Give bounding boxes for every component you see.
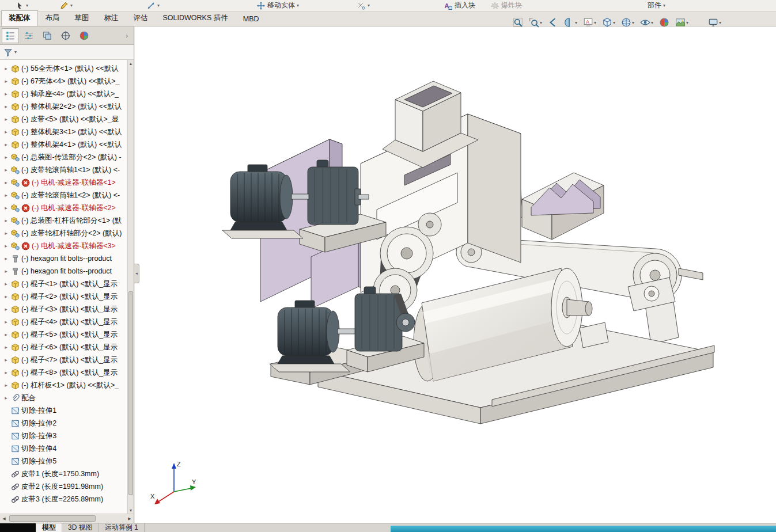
expand-arrow-icon[interactable]: ▸ (3, 319, 9, 325)
toolbar-button[interactable]: ▾ (354, 0, 372, 12)
expand-arrow-icon[interactable]: ▸ (3, 66, 9, 71)
tree-item[interactable]: ▸(-) 棍子<8> (默认) <默认_显示 (0, 366, 127, 379)
tree-item[interactable]: ▸(-) 棍子<6> (默认) <默认_显示 (0, 341, 127, 354)
ribbon-tab-SOLIDWORKS 插件[interactable]: SOLIDWORKS 插件 (156, 10, 236, 26)
expand-arrow-icon[interactable]: ▸ (3, 167, 9, 173)
tree-item[interactable]: 皮带2 (长度=1991.98mm) (0, 480, 127, 493)
previous-view-button[interactable] (547, 16, 559, 29)
tree-item[interactable]: 切除-拉伸1 (0, 404, 127, 417)
tree-item[interactable]: ▸(-) 棍子<4> (默认) <默认_显示 (0, 316, 127, 328)
dropdown-caret-icon[interactable]: ▾ (297, 3, 299, 8)
expand-arrow-icon[interactable]: ▸ (3, 281, 9, 287)
expand-arrow-icon[interactable]: ▸ (3, 370, 9, 375)
toolbar-button[interactable]: ▾ (57, 0, 75, 12)
tree-item[interactable]: ▸(-) 皮带轮滚筒轴1<2> (默认) <- (0, 189, 127, 202)
panel-flyout-button[interactable]: › (122, 29, 132, 42)
tree-item[interactable]: ▸(-) 总装图-杠杆齿轮部分<1> (默 (0, 214, 127, 227)
tree-item[interactable]: ▸(-) hexagon fit bolts--product (0, 252, 127, 265)
tree-item[interactable]: ▸(-) 电机-减速器-联轴器<2> (0, 202, 127, 214)
toolbar-button[interactable]: ▾ (144, 0, 162, 12)
dropdown-caret-icon[interactable]: ▾ (632, 20, 634, 25)
expand-arrow-icon[interactable]: ▸ (3, 192, 9, 198)
scroll-up-arrow[interactable]: ▲ (128, 60, 134, 67)
graphics-viewport[interactable]: Z X Y (135, 26, 776, 523)
expand-arrow-icon[interactable]: ▸ (3, 78, 9, 84)
dynamic-annotation-button[interactable]: A▾ (582, 16, 597, 29)
ribbon-tab-草图[interactable]: 草图 (67, 10, 97, 26)
apply-scene-button[interactable]: ▾ (674, 16, 690, 29)
tree-item[interactable]: ▸(-) 整体机架4<1> (默认) <<默认 (0, 138, 127, 151)
expand-arrow-icon[interactable]: ▸ (3, 104, 9, 109)
tree-item[interactable]: 切除-拉伸4 (0, 442, 127, 455)
dropdown-caret-icon[interactable]: ▾ (368, 3, 370, 8)
expand-arrow-icon[interactable]: ▸ (3, 129, 9, 135)
tree-item[interactable]: ▸(-) 棍子<7> (默认) <默认_显示 (0, 354, 127, 366)
scrollbar-thumb[interactable] (128, 291, 133, 496)
tree-item[interactable]: ▸(-) 皮带轮滚筒轴1<1> (默认) <- (0, 164, 127, 176)
expand-arrow-icon[interactable]: ▸ (3, 91, 9, 97)
tree-item[interactable]: ▸(-) 总装图-传送部分<2> (默认) - (0, 151, 127, 164)
featuremanager-tab[interactable] (2, 28, 19, 43)
tree-scrollbar[interactable]: ▲ ▼ (127, 60, 134, 514)
display-style-button[interactable]: ▾ (620, 16, 635, 29)
dropdown-caret-icon[interactable]: ▾ (613, 20, 615, 25)
expand-arrow-icon[interactable]: ▸ (3, 180, 9, 185)
dropdown-caret-icon[interactable]: ▾ (594, 20, 596, 25)
toolbar-button-插入块[interactable]: A插入块 (441, 0, 478, 12)
zoom-fit-button[interactable] (512, 16, 524, 29)
zoom-area-button[interactable]: ▾ (528, 16, 543, 29)
scroll-right-arrow[interactable]: ▶ (126, 514, 134, 523)
tree-item[interactable]: ▸(-) 棍子<1> (默认) <默认_显示 (0, 278, 127, 290)
tree-item[interactable]: ▸(-) 棍子<3> (默认) <默认_显示 (0, 303, 127, 316)
ribbon-tab-评估[interactable]: 评估 (126, 10, 156, 26)
expand-arrow-icon[interactable]: ▸ (3, 218, 9, 223)
expand-arrow-icon[interactable]: ▸ (3, 268, 9, 274)
expand-arrow-icon[interactable]: ▸ (3, 332, 9, 337)
tree-item[interactable]: 皮带3 (长度=2265.89mm) (0, 493, 127, 506)
status-tab-模型[interactable]: 模型 (36, 523, 62, 532)
dropdown-caret-icon[interactable]: ▾ (157, 3, 160, 8)
tree-item[interactable]: ▸配合 (0, 392, 127, 404)
tree-item[interactable]: ▸(-) 电机-减速器-联轴器<3> (0, 240, 127, 252)
tree-item[interactable]: ▸(-) 皮带<5> (默认) <<默认>_显 (0, 113, 127, 126)
scroll-down-arrow[interactable]: ▼ (128, 507, 134, 514)
panel-splitter-handle[interactable]: ◂ (134, 264, 139, 283)
filter-funnel-icon[interactable] (3, 48, 13, 57)
expand-arrow-icon[interactable]: ▸ (3, 382, 9, 388)
configurationmanager-tab[interactable] (39, 28, 56, 43)
tree-item[interactable]: ▸(-) 轴承座<4> (默认) <<默认>_ (0, 88, 127, 100)
toolbar-button-部件[interactable]: 部件▾ (645, 0, 668, 12)
ribbon-tab-布局[interactable]: 布局 (38, 10, 67, 26)
dropdown-caret-icon[interactable]: ▾ (540, 20, 542, 25)
section-view-button[interactable]: ▾ (563, 16, 578, 29)
dimxpert-tab[interactable] (57, 28, 74, 43)
ribbon-tab-装配体[interactable]: 装配体 (1, 10, 38, 26)
status-tab-3D 视图[interactable]: 3D 视图 (62, 523, 99, 532)
hide-show-items-button[interactable]: ▾ (639, 16, 654, 29)
tree-item[interactable]: ▸(-) 整体机架3<1> (默认) <<默认 (0, 126, 127, 138)
hscrollbar-thumb[interactable] (9, 515, 96, 522)
expand-arrow-icon[interactable]: ▸ (3, 306, 9, 312)
edit-appearance-button[interactable] (658, 16, 671, 29)
expand-arrow-icon[interactable]: ▸ (3, 256, 9, 261)
dropdown-caret-icon[interactable]: ▾ (26, 3, 28, 8)
view-orientation-button[interactable]: ▾ (601, 16, 616, 29)
tree-item[interactable]: ▸(-) 杠杆板<1> (默认) <<默认>_ (0, 379, 127, 392)
displaymanager-tab[interactable] (75, 28, 93, 43)
tree-item[interactable]: ▸(-) 棍子<5> (默认) <默认_显示 (0, 328, 127, 341)
expand-arrow-icon[interactable]: ▸ (3, 116, 9, 122)
expand-arrow-icon[interactable]: ▸ (3, 357, 9, 363)
tree-item[interactable]: 切除-拉伸2 (0, 417, 127, 430)
dropdown-caret-icon[interactable]: ▾ (686, 20, 688, 25)
dropdown-caret-icon[interactable]: ▾ (651, 20, 653, 25)
dropdown-caret-icon[interactable]: ▾ (70, 3, 73, 8)
expand-arrow-icon[interactable]: ▸ (3, 294, 9, 299)
dropdown-caret-icon[interactable]: ▾ (663, 3, 665, 8)
tree-item[interactable]: ▸(-) 皮带轮杠杆轴部分<2> (默认) (0, 227, 127, 240)
expand-arrow-icon[interactable]: ▸ (3, 205, 9, 211)
tree-item[interactable]: ▸(-) 整体机架2<2> (默认) <<默认 (0, 100, 127, 113)
dropdown-caret-icon[interactable]: ▾ (719, 20, 721, 25)
tree-item[interactable]: 切除-拉伸3 (0, 430, 127, 442)
tree-item[interactable]: ▸(-) 67壳体<4> (默认) <<默认>_ (0, 75, 127, 88)
expand-arrow-icon[interactable]: ▸ (3, 344, 9, 350)
